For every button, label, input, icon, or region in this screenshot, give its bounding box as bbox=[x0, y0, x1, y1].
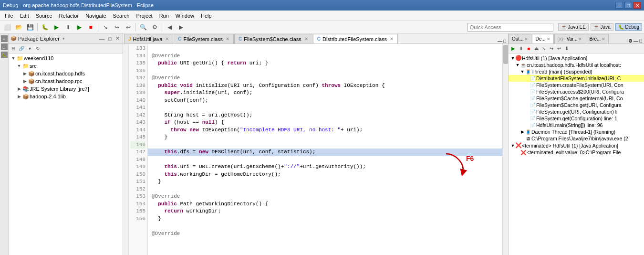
tree-item-src[interactable]: ▼ 📁 src bbox=[9, 62, 123, 70]
tab-hdfsutil[interactable]: J HdfsUtil.java ✕ bbox=[124, 34, 173, 43]
tree-item-jre[interactable]: ▶ 📚 JRE System Library [jre7] bbox=[9, 85, 123, 93]
debug-item-hdfsutil-main[interactable]: 📄 HdfsUtil.main(String[]) line: 96 bbox=[509, 122, 644, 128]
debug-item-cache-get[interactable]: 📄 FileSystem$Cache.get(URI, Configura bbox=[509, 102, 644, 108]
stop-button[interactable]: ■ bbox=[85, 22, 96, 32]
debug-step-return[interactable]: ↩ bbox=[555, 45, 563, 53]
new-button[interactable]: ⬜ bbox=[2, 22, 12, 32]
debug-item-cn-thread[interactable]: ▼ ☕ cn.itcast.hadoop.hdfs.HdfsUtil at lo… bbox=[509, 62, 644, 68]
line-141: String host = uri.getHost(); bbox=[152, 112, 252, 118]
resume-button[interactable]: ▶ bbox=[74, 22, 84, 32]
tab-distributedfilesystem-close[interactable]: ✕ bbox=[390, 36, 394, 42]
left-icon-strip: ≡ ◻ 🐛 bbox=[0, 33, 9, 255]
debug-resume[interactable]: ▶ bbox=[509, 45, 517, 53]
tab-filesystemcache[interactable]: C FileSystem$Cache.class ✕ bbox=[234, 34, 312, 43]
debug-button[interactable]: 🐛 bbox=[40, 22, 50, 32]
debug-item-cache-internal[interactable]: 📄 FileSystem$Cache.getInternal(URI, Co bbox=[509, 95, 644, 102]
open-button[interactable]: 📂 bbox=[13, 22, 24, 32]
menu-run[interactable]: Run bbox=[156, 12, 172, 20]
debug-item-fs-access[interactable]: 📄 FileSystem.access$200(URI, Configura bbox=[509, 88, 644, 95]
debug-item-javaw[interactable]: 🖥 C:\Program Files\Java\jre7\bin\javaw.e… bbox=[509, 135, 644, 142]
tree-item-rpc[interactable]: ▶ 📦 cn.itcast.hadoop.rpc bbox=[9, 77, 123, 85]
tab-filesystem[interactable]: C FileSystem.class ✕ bbox=[174, 34, 234, 43]
title-bar: Debug - org.apache.hadoop.hdfs.Distribut… bbox=[0, 0, 644, 11]
debug-panel-settings[interactable]: ⚙ bbox=[628, 38, 633, 43]
debug-tab-debug-close[interactable]: ✕ bbox=[547, 37, 551, 42]
debug-step-over[interactable]: ↪ bbox=[548, 45, 555, 53]
save-button[interactable]: 💾 bbox=[25, 22, 35, 32]
tree-item-weekend110[interactable]: ▼ 📁 weekend110 bbox=[9, 54, 123, 62]
left-icon-1[interactable]: ≡ bbox=[1, 35, 8, 42]
menu-refactor[interactable]: Refactor bbox=[56, 12, 82, 20]
pkg-collapse-all[interactable]: ⊟ bbox=[10, 45, 17, 53]
package-explorer-close[interactable]: ✕ bbox=[114, 35, 121, 42]
debug-item-dfs-init[interactable]: 📄 DistributedFileSystem.initialize(URI, … bbox=[509, 75, 644, 82]
package-explorer-maximize[interactable]: □ bbox=[107, 36, 113, 42]
tab-hdfsutil-close[interactable]: ✕ bbox=[165, 36, 169, 42]
perspective-javaee[interactable]: ☕ Java EE bbox=[558, 23, 589, 31]
debug-tab-var[interactable]: (X)= Var... ✕ bbox=[554, 34, 586, 43]
tab-filesystem-close[interactable]: ✕ bbox=[226, 36, 229, 42]
menu-edit[interactable]: Edit bbox=[17, 12, 32, 20]
menu-window[interactable]: Window bbox=[173, 12, 197, 20]
code-content[interactable]: @Override public URI getUri() { return u… bbox=[148, 44, 502, 255]
suspend-button[interactable]: ⏸ bbox=[62, 22, 73, 32]
pkg-view-menu[interactable]: ▾ bbox=[26, 45, 33, 53]
tree-label-jre: JRE System Library [jre7] bbox=[30, 86, 89, 92]
debug-tab-var-close[interactable]: ✕ bbox=[578, 37, 582, 42]
debug-drop-to-frame[interactable]: ⬇ bbox=[563, 45, 571, 53]
search-toolbar-button[interactable]: 🔍 bbox=[138, 22, 148, 32]
debug-tab-bre[interactable]: Bre... ✕ bbox=[586, 34, 609, 43]
menu-navigate[interactable]: Navigate bbox=[83, 12, 109, 20]
debug-panel-minimize[interactable]: — bbox=[634, 38, 638, 43]
vertical-scrollbar[interactable] bbox=[502, 44, 508, 255]
menu-help[interactable]: Help bbox=[198, 12, 215, 20]
debug-step-into[interactable]: ↘ bbox=[540, 45, 548, 53]
forward-button[interactable]: ▶ bbox=[176, 22, 186, 32]
step-return-button[interactable]: ↩ bbox=[123, 22, 134, 32]
line-149: } bbox=[152, 179, 161, 184]
tree-item-hdfs[interactable]: ▶ 📦 cn.itcast.hadoop.hdfs bbox=[9, 70, 123, 77]
debug-tab-debug[interactable]: De... ✕ bbox=[532, 34, 553, 43]
debug-tab-out[interactable]: Out... ✕ bbox=[509, 34, 531, 43]
debug-panel-maximize[interactable]: □ bbox=[639, 38, 642, 43]
minimize-button[interactable]: — bbox=[615, 2, 623, 9]
debug-item-thread-main[interactable]: ▼ 🧵 Thread [main] (Suspended) bbox=[509, 68, 644, 75]
perspective-java[interactable]: ☕ Java bbox=[591, 23, 613, 31]
menu-source[interactable]: Source bbox=[33, 12, 55, 20]
maximize-button[interactable]: □ bbox=[624, 2, 632, 9]
pkg-sync[interactable]: ↻ bbox=[34, 45, 42, 53]
debug-tab-bre-close[interactable]: ✕ bbox=[602, 37, 605, 42]
debug-item-hdfsutil[interactable]: ▼ 🔴 HdfsUtil (1) [Java Application] bbox=[509, 54, 644, 62]
tab-filesystemcache-close[interactable]: ✕ bbox=[304, 36, 308, 42]
run-button[interactable]: ▶ bbox=[51, 22, 62, 32]
menu-search[interactable]: Search bbox=[110, 12, 133, 20]
package-explorer-dropdown-icon[interactable]: ▾ bbox=[62, 36, 65, 41]
editor-minimize[interactable]: — bbox=[498, 38, 502, 43]
debug-tab-out-close[interactable]: ✕ bbox=[524, 37, 528, 42]
left-icon-3[interactable]: 🐛 bbox=[1, 52, 8, 58]
debug-item-daemon-thread[interactable]: ▶ 🧵 Daemon Thread [Thread-1] (Running) bbox=[509, 128, 644, 135]
debug-disconnect[interactable]: ⏏ bbox=[532, 45, 540, 53]
quick-access-input[interactable] bbox=[467, 23, 553, 32]
tab-distributedfilesystem[interactable]: C DistributedFileSystem.class ✕ bbox=[313, 34, 398, 43]
left-icon-2[interactable]: ◻ bbox=[1, 43, 8, 50]
editor-maximize[interactable]: □ bbox=[503, 38, 506, 43]
debug-suspend[interactable]: ⏸ bbox=[517, 45, 525, 53]
debug-item-fs-get[interactable]: 📄 FileSystem.get(Configuration) line: 1 bbox=[509, 115, 644, 122]
debug-item-fs-create[interactable]: 📄 FileSystem.createFileSystem(URI, Con bbox=[509, 82, 644, 88]
pkg-link-editor[interactable]: 🔗 bbox=[18, 45, 25, 53]
debug-item-terminated-app[interactable]: ▼ ❌ <terminated> HdfsUtil (1) [Java Appl… bbox=[509, 142, 644, 149]
menu-file[interactable]: File bbox=[2, 12, 16, 20]
back-button[interactable]: ◀ bbox=[164, 22, 175, 32]
close-button[interactable]: ✕ bbox=[634, 2, 641, 9]
tree-item-hadoop[interactable]: ▶ 📦 hadoop-2.4.1lib bbox=[9, 93, 123, 100]
package-explorer-minimize[interactable]: — bbox=[98, 36, 105, 42]
debug-stop[interactable]: ■ bbox=[525, 45, 532, 53]
step-over-button[interactable]: ↪ bbox=[112, 22, 122, 32]
menu-project[interactable]: Project bbox=[133, 12, 155, 20]
perspective-debug[interactable]: 🐛 Debug bbox=[615, 23, 642, 31]
debug-item-fs-get-conf[interactable]: 📄 FileSystem.get(URI, Configuration) li bbox=[509, 108, 644, 115]
settings-button[interactable]: ⚙ bbox=[149, 22, 160, 32]
step-into-button[interactable]: ↘ bbox=[100, 22, 111, 32]
debug-item-terminated-detail[interactable]: ❌ <terminated, exit value: 0>C:\Program … bbox=[509, 149, 644, 156]
